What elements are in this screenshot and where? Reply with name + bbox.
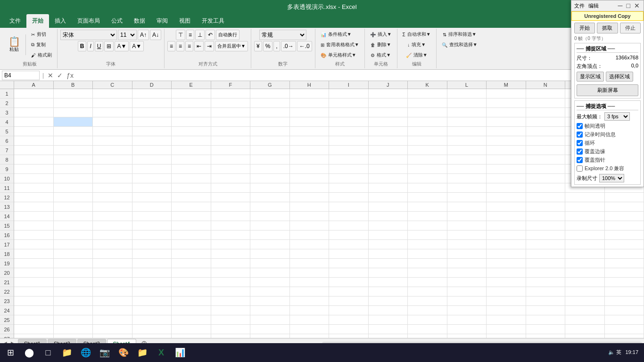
align-right-button[interactable]: ≡ <box>185 41 193 51</box>
cell-N18[interactable] <box>526 249 566 259</box>
row-number-27[interactable]: 27 <box>0 334 14 338</box>
row-number-7[interactable]: 7 <box>0 146 14 155</box>
tab-developer[interactable]: 开发工具 <box>196 14 230 28</box>
stop-button[interactable]: 停止 <box>620 23 641 33</box>
cell-K20[interactable] <box>408 268 447 278</box>
cell-L2[interactable] <box>447 99 487 108</box>
cell-J21[interactable] <box>369 278 408 287</box>
cell-F2[interactable] <box>211 99 251 108</box>
cell-I6[interactable] <box>329 136 369 146</box>
cell-N3[interactable] <box>526 108 566 117</box>
cell-D11[interactable] <box>132 183 172 193</box>
row-number-24[interactable]: 24 <box>0 306 14 315</box>
edge-browser-button[interactable]: 🌐 <box>77 344 94 361</box>
merge-center-button[interactable]: 合并后居中▼ <box>215 41 248 51</box>
cell-N25[interactable] <box>526 315 566 325</box>
cell-styles-button[interactable]: 🎨 单元格样式▼ <box>318 50 359 60</box>
cell-H3[interactable] <box>290 108 330 117</box>
cell-G4[interactable] <box>250 117 290 127</box>
cell-L3[interactable] <box>447 108 487 117</box>
cell-C12[interactable] <box>93 193 132 202</box>
cell-L5[interactable] <box>447 127 487 136</box>
cell-N8[interactable] <box>526 155 566 165</box>
col-header-i[interactable]: I <box>329 81 369 89</box>
cell-M14[interactable] <box>487 212 526 221</box>
cell-F27[interactable] <box>211 334 251 338</box>
cell-L27[interactable] <box>447 334 487 338</box>
cell-N7[interactable] <box>526 146 566 155</box>
format-painter-button[interactable]: 🖌 格式刷 <box>29 50 54 60</box>
cell-A20[interactable] <box>14 268 54 278</box>
row-number-19[interactable]: 19 <box>0 259 14 268</box>
cell-C13[interactable] <box>93 202 132 212</box>
refresh-button[interactable]: 刷新屏幕 <box>577 84 638 96</box>
timestamp-checkbox[interactable] <box>577 132 583 138</box>
cell-K10[interactable] <box>408 174 447 183</box>
table-format-button[interactable]: ⊞ 套用表格格式▼ <box>318 40 362 49</box>
cell-C21[interactable] <box>93 278 132 287</box>
wrap-text-button[interactable]: 自动换行 <box>216 30 239 40</box>
cell-I21[interactable] <box>329 278 369 287</box>
cell-J13[interactable] <box>369 202 408 212</box>
cell-L8[interactable] <box>447 155 487 165</box>
cell-M19[interactable] <box>487 259 526 268</box>
cell-O27[interactable] <box>565 334 605 338</box>
photos-button[interactable]: 📷 <box>96 344 113 361</box>
cell-G17[interactable] <box>250 240 290 249</box>
cell-G22[interactable] <box>250 287 290 296</box>
cell-G18[interactable] <box>250 249 290 259</box>
cell-B10[interactable] <box>54 174 93 183</box>
cell-K4[interactable] <box>408 117 447 127</box>
cell-K22[interactable] <box>408 287 447 296</box>
cell-K23[interactable] <box>408 296 447 306</box>
cell-F5[interactable] <box>211 127 251 136</box>
cell-G27[interactable] <box>250 334 290 338</box>
cell-P17[interactable] <box>605 240 644 249</box>
cell-K16[interactable] <box>408 230 447 240</box>
col-header-f[interactable]: F <box>211 81 251 89</box>
side-panel-maximize[interactable]: □ <box>626 2 631 9</box>
cell-A10[interactable] <box>14 174 54 183</box>
cell-J12[interactable] <box>369 193 408 202</box>
cell-M24[interactable] <box>487 306 526 315</box>
cut-button[interactable]: ✂ 剪切 <box>29 30 54 39</box>
insert-function-icon[interactable]: ƒx <box>66 72 74 79</box>
cell-L7[interactable] <box>447 146 487 155</box>
cell-E1[interactable] <box>172 89 211 99</box>
cell-C2[interactable] <box>93 99 132 108</box>
cell-A14[interactable] <box>14 212 54 221</box>
cell-I4[interactable] <box>329 117 369 127</box>
cell-E19[interactable] <box>172 259 211 268</box>
cell-E27[interactable] <box>172 334 211 338</box>
cell-J10[interactable] <box>369 174 408 183</box>
delete-button[interactable]: 🗑 删除▼ <box>368 40 394 49</box>
cell-K2[interactable] <box>408 99 447 108</box>
cell-D18[interactable] <box>132 249 172 259</box>
cell-F6[interactable] <box>211 136 251 146</box>
cell-E2[interactable] <box>172 99 211 108</box>
cell-G11[interactable] <box>250 183 290 193</box>
decrease-indent-button[interactable]: ⇤ <box>194 41 204 51</box>
cell-C19[interactable] <box>93 259 132 268</box>
cell-A18[interactable] <box>14 249 54 259</box>
cell-F9[interactable] <box>211 165 251 174</box>
cell-E24[interactable] <box>172 306 211 315</box>
align-center-button[interactable]: ≡ <box>176 41 184 51</box>
cell-G16[interactable] <box>250 230 290 240</box>
cell-H4[interactable] <box>290 117 330 127</box>
cell-C23[interactable] <box>93 296 132 306</box>
cell-L24[interactable] <box>447 306 487 315</box>
cell-L17[interactable] <box>447 240 487 249</box>
cell-D6[interactable] <box>132 136 172 146</box>
cell-A17[interactable] <box>14 240 54 249</box>
cell-F10[interactable] <box>211 174 251 183</box>
cell-I8[interactable] <box>329 155 369 165</box>
col-header-k[interactable]: K <box>408 81 447 89</box>
row-number-17[interactable]: 17 <box>0 240 14 249</box>
align-top-button[interactable]: ⊤ <box>176 30 185 40</box>
cell-J3[interactable] <box>369 108 408 117</box>
cell-F7[interactable] <box>211 146 251 155</box>
cell-O19[interactable] <box>565 259 605 268</box>
row-number-10[interactable]: 10 <box>0 174 14 183</box>
cell-K3[interactable] <box>408 108 447 117</box>
